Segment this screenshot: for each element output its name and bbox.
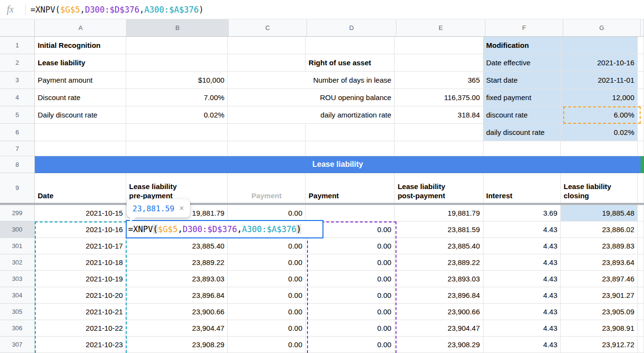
cell-A307[interactable]: 2021-10-23 — [35, 337, 126, 353]
cell-F302[interactable]: 4.43 — [483, 254, 561, 271]
cell-H302[interactable] — [638, 254, 644, 271]
cell-E2[interactable] — [395, 54, 483, 72]
cell-F305[interactable]: 4.43 — [483, 304, 561, 320]
cell-E303[interactable]: 23,893.03 — [395, 271, 483, 287]
cell-D307[interactable]: 0.00 — [306, 337, 395, 353]
cell-H7[interactable] — [638, 141, 644, 156]
cell-F303[interactable]: 4.43 — [483, 271, 561, 287]
cell-A305[interactable]: 2021-10-21 — [35, 304, 126, 320]
cell-F304[interactable]: 4.43 — [483, 287, 561, 304]
cell-D2[interactable]: Right of use asset — [306, 54, 395, 72]
cell-F306[interactable]: 4.43 — [483, 320, 561, 337]
cell-F300[interactable]: 4.43 — [483, 221, 561, 238]
cell-C7[interactable] — [228, 141, 306, 156]
cell-E7[interactable] — [395, 141, 483, 156]
cell-C301[interactable]: 0.00 — [228, 238, 306, 254]
column-header-G[interactable]: G — [563, 19, 641, 37]
cell-B6[interactable] — [126, 124, 228, 141]
cell-H307[interactable] — [638, 337, 644, 353]
column-header-F[interactable]: F — [485, 19, 563, 37]
cell-A4[interactable]: Discount rate — [35, 89, 126, 106]
row-header-303[interactable]: 303 — [0, 271, 35, 287]
row-header-7[interactable]: 7 — [0, 141, 35, 156]
row-header-6[interactable]: 6 — [0, 124, 35, 141]
cell-G302[interactable]: 23,893.64 — [561, 254, 638, 271]
cell-B305[interactable]: 23,900.66 — [126, 304, 228, 320]
cell-C6[interactable] — [228, 124, 306, 141]
cell-C1[interactable] — [228, 37, 306, 54]
cell-G1[interactable] — [561, 37, 638, 54]
cell-H303[interactable] — [638, 271, 644, 287]
cell-C4[interactable]: ROU opening balance — [228, 89, 395, 106]
cell-D305[interactable]: 0.00 — [306, 304, 395, 320]
cell-B5[interactable]: 0.02% — [126, 106, 228, 124]
cell-F5[interactable]: discount rate — [483, 106, 561, 124]
row-header-5[interactable]: 5 — [0, 106, 35, 124]
cell-G3[interactable]: 2021-11-01 — [561, 72, 638, 89]
cell-C302[interactable]: 0.00 — [228, 254, 306, 271]
cell-H299[interactable] — [638, 205, 644, 221]
cell-F9[interactable]: Interest — [483, 173, 561, 203]
cell-A300[interactable]: 2021-10-16 — [35, 221, 126, 238]
row-header-4[interactable]: 4 — [0, 89, 35, 106]
cell-E9[interactable]: Lease liability post-payment — [395, 173, 483, 203]
row-header-1[interactable]: 1 — [0, 37, 35, 54]
cell-A302[interactable]: 2021-10-18 — [35, 254, 126, 271]
tooltip-close-icon[interactable]: × — [179, 204, 184, 213]
cell-H306[interactable] — [638, 320, 644, 337]
row-header-306[interactable]: 306 — [0, 320, 35, 337]
cell-D306[interactable]: 0.00 — [306, 320, 395, 337]
cell-H3[interactable] — [638, 72, 644, 89]
cell-H2[interactable] — [638, 54, 644, 72]
formula-bar-input[interactable]: =XNPV($G$5,D300:$D$376,A300:$A$376) — [30, 5, 204, 15]
row-header-299[interactable]: 299 — [0, 205, 35, 221]
cell-A2[interactable]: Lease liability — [35, 54, 126, 72]
cell-E3[interactable]: 365 — [395, 72, 483, 89]
cell-D301[interactable]: 0.00 — [306, 238, 395, 254]
row-header-9[interactable]: 9 — [0, 173, 35, 203]
cell-C303[interactable]: 0.00 — [228, 271, 306, 287]
column-header-D[interactable]: D — [307, 19, 396, 37]
cell-E5[interactable]: 318.84 — [395, 106, 483, 124]
cell-C9[interactable]: Payment — [228, 173, 306, 203]
cell-C3[interactable]: Number of days in lease — [228, 72, 395, 89]
cell-C299[interactable]: 0.00 — [228, 205, 306, 221]
cell-C304[interactable]: 0.00 — [228, 287, 306, 304]
cell-E300[interactable]: 23,881.59 — [395, 221, 483, 238]
cell-C306[interactable]: 0.00 — [228, 320, 306, 337]
cell-E4[interactable]: 116,375.00 — [395, 89, 483, 106]
cell-H5[interactable] — [638, 106, 644, 124]
cell-E306[interactable]: 23,904.47 — [395, 320, 483, 337]
cell-H6[interactable] — [638, 124, 644, 141]
select-all-corner[interactable] — [0, 19, 35, 37]
cell-E299[interactable]: 19,881.79 — [395, 205, 483, 221]
row-header-305[interactable]: 305 — [0, 304, 35, 320]
cell-B9[interactable]: Lease liability pre-payment — [126, 173, 228, 203]
merged-banner-lease-liability[interactable]: Lease liability — [35, 156, 641, 173]
cell-H4[interactable] — [638, 89, 644, 106]
row-header-8[interactable]: 8 — [0, 156, 35, 173]
column-header-E[interactable]: E — [396, 19, 485, 37]
cell-A5[interactable]: Daily discount rate — [35, 106, 126, 124]
cell-G9[interactable]: Lease liability closing — [561, 173, 638, 203]
cell-H300[interactable] — [638, 221, 644, 238]
row-header-304[interactable]: 304 — [0, 287, 35, 304]
row-header-3[interactable]: 3 — [0, 72, 35, 89]
cell-E301[interactable]: 23,885.40 — [395, 238, 483, 254]
cell-G307[interactable]: 23,912.72 — [561, 337, 638, 353]
cell-A299[interactable]: 2021-10-15 — [35, 205, 126, 221]
cell-F2[interactable]: Date effective — [483, 54, 561, 72]
cell-F299[interactable]: 3.69 — [483, 205, 561, 221]
cell-D299[interactable] — [306, 205, 395, 221]
cell-A3[interactable]: Payment amount — [35, 72, 126, 89]
cell-editor-b300[interactable]: =XNPV($G$5,D300:$D$376,A300:$A$376) — [126, 220, 323, 238]
cell-H1[interactable] — [638, 37, 644, 54]
cell-B303[interactable]: 23,893.03 — [126, 271, 228, 287]
cell-C2[interactable] — [228, 54, 306, 72]
cell-E1[interactable] — [395, 37, 483, 54]
cell-G305[interactable]: 23,905.09 — [561, 304, 638, 320]
cell-D6[interactable] — [306, 124, 395, 141]
cell-F6[interactable]: daily discount rate — [483, 124, 561, 141]
cell-D303[interactable]: 0.00 — [306, 271, 395, 287]
cell-D302[interactable]: 0.00 — [306, 254, 395, 271]
